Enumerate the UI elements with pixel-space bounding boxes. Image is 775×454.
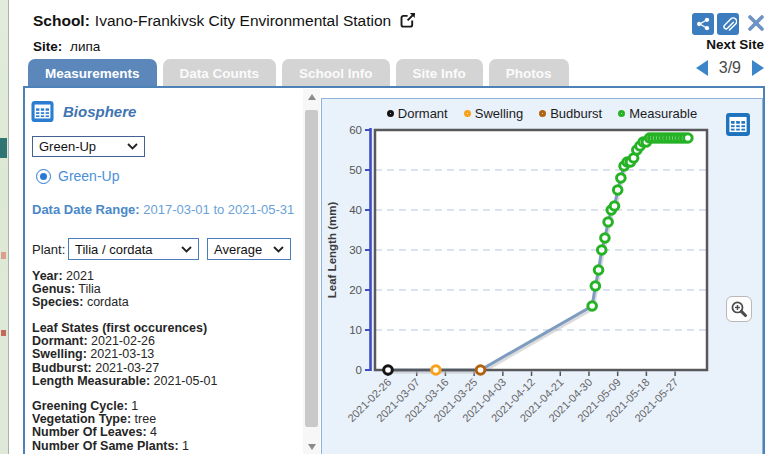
chevron-down-icon: [273, 246, 284, 253]
map-fragment: [1, 252, 6, 259]
plant-select[interactable]: Tilia / cordata: [68, 238, 199, 260]
protocol-select-value: Green-Up: [39, 139, 96, 154]
school-label: School:: [33, 12, 90, 30]
tab-content: Biosphere Green-Up Green-Up Data Date Ra…: [23, 86, 765, 454]
svg-text:40: 40: [349, 204, 362, 216]
site-title: Site: липа: [33, 39, 100, 54]
attach-link-button[interactable]: [717, 13, 739, 35]
tab-site-info[interactable]: Site Info: [396, 59, 483, 87]
background-map-sliver: [0, 0, 9, 454]
greenup-radio[interactable]: [36, 169, 51, 184]
next-site-label: Next Site: [706, 37, 764, 52]
greenup-radio-row: Green-Up: [36, 168, 119, 184]
tab-measurements[interactable]: Measurements: [28, 59, 157, 87]
chart-panel: DormantSwellingBudburstMeasurable 010203…: [321, 98, 763, 454]
site-pager: 3/9: [696, 59, 764, 77]
magnifier-plus-icon: [730, 300, 748, 318]
protocol-select[interactable]: Green-Up: [32, 136, 145, 157]
svg-text:0: 0: [356, 364, 362, 376]
svg-text:60: 60: [349, 124, 362, 136]
tab-school-info[interactable]: School Info: [282, 59, 390, 87]
svg-text:Leaf Length (mm): Leaf Length (mm): [326, 202, 338, 299]
biosphere-table-icon: [31, 100, 54, 123]
info-line: Number Of Same Plants: 1: [32, 440, 189, 453]
date-range-label: Data Date Range:: [32, 202, 140, 217]
screen: School: Ivano-Frankivsk City Environment…: [0, 0, 775, 454]
scroll-up-icon[interactable]: [303, 89, 320, 104]
svg-text:50: 50: [349, 164, 362, 176]
external-link-icon[interactable]: [399, 11, 417, 33]
plant-select-value: Tilia / cordata: [75, 242, 153, 257]
statistic-select-value: Average: [214, 242, 262, 257]
chart-zoom-button[interactable]: [726, 296, 752, 322]
statistic-select[interactable]: Average: [207, 238, 291, 260]
date-range-value: 2017-03-01 to 2021-05-31: [143, 202, 294, 217]
pager-count: 3/9: [719, 59, 741, 77]
close-icon[interactable]: [747, 14, 765, 32]
site-name: липа: [70, 39, 100, 54]
svg-text:20: 20: [349, 284, 362, 296]
svg-text:10: 10: [349, 324, 362, 336]
paperclip-icon: [720, 16, 737, 33]
plant-details-block: Greening Cycle: 1Vegetation Type: treeNu…: [32, 400, 189, 453]
site-label: Site:: [33, 39, 62, 54]
next-site-arrow-icon[interactable]: [752, 60, 764, 76]
plant-label: Plant:: [32, 242, 65, 257]
info-line: Species: cordata: [32, 296, 129, 309]
school-title: School: Ivano-Frankivsk City Environment…: [33, 10, 417, 32]
site-dialog: School: Ivano-Frankivsk City Environment…: [9, 0, 775, 454]
map-fragment: [1, 330, 6, 336]
tab-data-counts[interactable]: Data Counts: [163, 59, 277, 87]
share-icon: [695, 16, 711, 32]
svg-text:30: 30: [349, 244, 362, 256]
section-title: Biosphere: [63, 103, 136, 120]
school-name: Ivano-Frankivsk City Environmental Stati…: [95, 12, 391, 30]
leaf-states-block: Leaf States (first occurences)Dormant: 2…: [32, 322, 218, 388]
chevron-down-icon: [127, 143, 138, 150]
greenup-radio-label: Green-Up: [58, 168, 119, 184]
share-button[interactable]: [692, 13, 714, 35]
map-fragment: [0, 138, 7, 158]
scroll-down-icon[interactable]: [303, 439, 320, 454]
tab-photos[interactable]: Photos: [489, 59, 569, 87]
leaf-length-chart: 0102030405060Leaf Length (mm)2021-02-262…: [322, 99, 763, 454]
previous-site-arrow-icon[interactable]: [696, 60, 708, 76]
info-line: Length Measurable: 2021-05-01: [32, 375, 218, 388]
plant-info-block: Year: 2021Genus: TiliaSpecies: cordata: [32, 270, 129, 310]
data-date-range: Data Date Range: 2017-03-01 to 2021-05-3…: [32, 202, 294, 217]
tab-bar: MeasurementsData CountsSchool InfoSite I…: [28, 59, 569, 87]
scrollbar-thumb[interactable]: [305, 110, 318, 427]
sidebar-scrollbar: [303, 89, 320, 454]
chevron-down-icon: [181, 246, 192, 253]
